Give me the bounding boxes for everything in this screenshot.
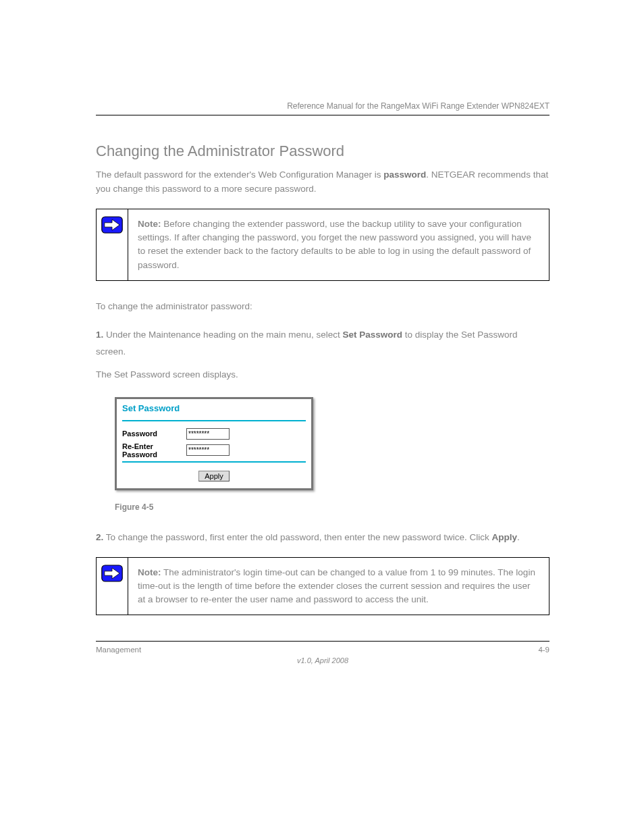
password-label: Password [122, 429, 186, 438]
step-1: 1. Under the Maintenance heading on the … [96, 326, 549, 384]
reenter-row: Re-Enter Password [122, 442, 306, 459]
footer-right: 4-9 [538, 646, 549, 654]
panel-divider-top [122, 420, 306, 421]
reenter-label: Re-Enter Password [122, 442, 186, 459]
note-icon-cell [97, 209, 128, 280]
page-footer: Management 4-9 [96, 641, 549, 654]
arrow-right-icon [101, 565, 123, 582]
steps-intro: To change the administrator password: [96, 300, 549, 314]
note-icon-cell-2 [97, 558, 128, 615]
footer-left: Management [96, 646, 141, 654]
note-body-1: Before changing the extender password, u… [138, 219, 531, 270]
step-2-text-a: To change the password, first enter the … [106, 532, 492, 542]
step-2-text-b: . [517, 532, 520, 542]
set-password-panel: Set Password Password Re-Enter Password … [115, 397, 313, 490]
note-text-2: Note: The administrator's login time-out… [128, 558, 549, 615]
note-text-1: Note: Before changing the extender passw… [128, 209, 549, 280]
figure-caption: Figure 4-5 [115, 502, 549, 512]
panel-divider-bottom [122, 461, 306, 463]
step-2-number: 2. [96, 532, 103, 542]
password-row: Password [122, 428, 306, 440]
default-password-value: password [383, 170, 426, 180]
panel-title: Set Password [122, 403, 306, 413]
step-1-bold: Set Password [343, 330, 403, 340]
note-box-2: Note: The administrator's login time-out… [96, 557, 549, 616]
password-input[interactable] [186, 428, 230, 440]
step-1-sub: The Set Password screen displays. [96, 366, 549, 384]
arrow-right-icon [101, 216, 123, 234]
section-heading: Changing the Administrator Password [96, 142, 549, 160]
step-1-number: 1. [96, 330, 103, 340]
step-1-text-a: Under the Maintenance heading on the mai… [106, 330, 342, 340]
step-2: 2. To change the password, first enter t… [96, 531, 549, 545]
note-body-2: The administrator's login time-out can b… [138, 567, 535, 605]
footer-version: v1.0, April 2008 [96, 656, 549, 664]
apply-button[interactable]: Apply [198, 471, 230, 481]
intro-text-1: The default password for the extender's … [96, 170, 383, 180]
reenter-password-input[interactable] [186, 444, 230, 456]
step-2-bold: Apply [492, 532, 518, 542]
note-label-2: Note: [138, 567, 161, 577]
note-label-1: Note: [138, 219, 161, 229]
intro-paragraph: The default password for the extender's … [96, 168, 549, 197]
running-header: Reference Manual for the RangeMax WiFi R… [96, 101, 549, 115]
note-box-1: Note: Before changing the extender passw… [96, 209, 549, 281]
